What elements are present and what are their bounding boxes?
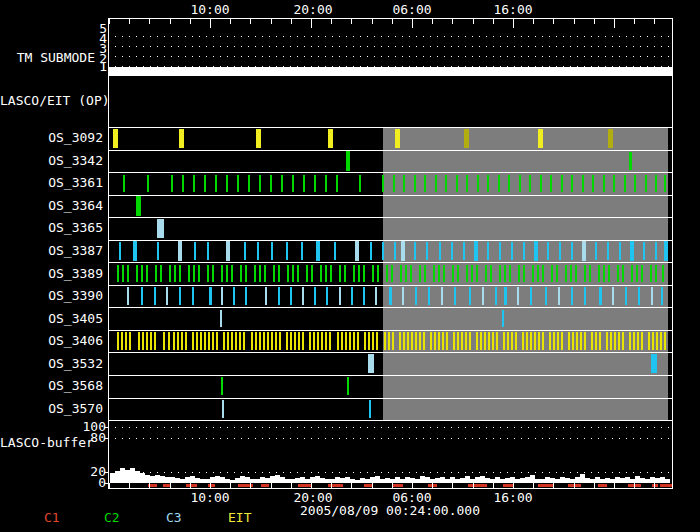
legend-item-eit: EIT (228, 511, 251, 525)
axis-bottom-line (108, 488, 673, 489)
row-label: OS_3365 (0, 221, 103, 235)
legend-item-c1: C1 (44, 511, 60, 525)
time-label-bottom: 20:00 (293, 491, 332, 505)
row-label: OS_3532 (0, 357, 103, 371)
lasco-planning-screen: TM SUBMODE LASCO/EIT (OP) LASCO-buffer 2… (0, 0, 700, 532)
buffer-ytick-label: 80 (0, 431, 106, 445)
row-label: OS_3390 (0, 289, 103, 303)
timeline-plot-area[interactable] (108, 18, 672, 488)
time-label-bottom: 16:00 (493, 491, 532, 505)
time-label-top: 20:00 (293, 3, 332, 17)
lasco-eit-op-label: LASCO/EIT (OP) (0, 94, 104, 108)
time-label-top: 06:00 (392, 3, 431, 17)
tm-ytick-label: 1 (0, 60, 107, 74)
row-label: OS_3361 (0, 176, 103, 190)
row-label: OS_3364 (0, 199, 103, 213)
row-label: OS_3092 (0, 131, 103, 145)
row-label: OS_3387 (0, 244, 103, 258)
time-label-top: 16:00 (493, 3, 532, 17)
row-label: OS_3405 (0, 312, 103, 326)
buffer-ytick-label: 0 (0, 476, 106, 490)
datetime-label: 2005/08/09 00:24:00.000 (108, 504, 672, 518)
legend-item-c2: C2 (104, 511, 120, 525)
row-label: OS_3570 (0, 402, 103, 416)
axis-right-line (672, 18, 673, 489)
row-label: OS_3406 (0, 334, 103, 348)
legend-item-c3: C3 (166, 511, 182, 525)
time-label-top: 10:00 (190, 3, 229, 17)
row-label: OS_3389 (0, 267, 103, 281)
row-label: OS_3568 (0, 379, 103, 393)
time-label-bottom: 10:00 (190, 491, 229, 505)
row-label: OS_3342 (0, 154, 103, 168)
time-label-bottom: 06:00 (392, 491, 431, 505)
